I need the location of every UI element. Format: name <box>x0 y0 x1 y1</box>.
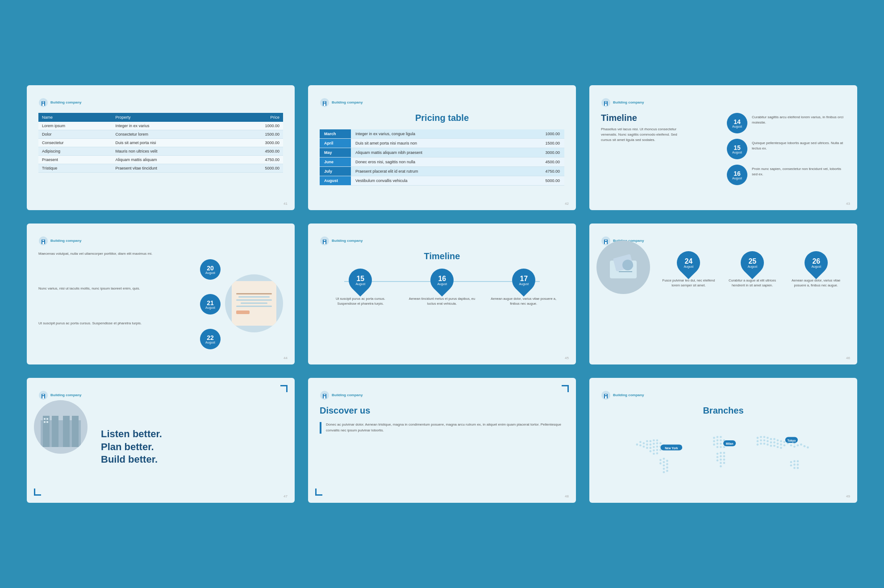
svg-point-88 <box>663 461 665 463</box>
svg-rect-8 <box>324 102 325 103</box>
svg-point-116 <box>723 455 726 457</box>
tools-illustration <box>605 252 641 283</box>
svg-point-76 <box>639 444 642 447</box>
svg-rect-14 <box>606 102 607 103</box>
timeline-text-6: Curabitur a augue at elit ultrices hendr… <box>723 278 782 288</box>
svg-point-32 <box>622 260 633 270</box>
svg-point-131 <box>784 441 786 443</box>
table-cell: 4750.00 <box>231 156 283 164</box>
svg-point-134 <box>763 439 766 442</box>
logo-7: Building company <box>38 390 283 400</box>
slide-1: Building company Name Property Price Lor… <box>27 85 295 210</box>
slide-6-photo <box>596 240 650 294</box>
slide-3: Building company Timeline Phasellus vel … <box>589 85 857 210</box>
svg-point-129 <box>777 439 779 442</box>
svg-point-103 <box>713 443 715 446</box>
svg-point-125 <box>763 436 766 438</box>
svg-point-162 <box>793 464 796 466</box>
svg-rect-18 <box>42 240 43 241</box>
table-cell: Duis sit amet porta nisi <box>112 139 231 147</box>
svg-point-161 <box>790 464 792 467</box>
svg-point-91 <box>666 463 668 465</box>
table-cell: Donec eros nisi, sagittis non nulla <box>351 157 514 167</box>
slide-number-4: 44 <box>284 356 288 360</box>
svg-point-133 <box>760 439 762 442</box>
svg-point-139 <box>780 443 782 446</box>
svg-text:New York: New York <box>665 447 678 450</box>
horiz-timeline-item: 16 August Aenean tincidunt metus et puru… <box>408 269 476 306</box>
svg-point-130 <box>780 440 782 443</box>
horiz-timeline: 15 August Ut suscipit purus ac porta cur… <box>320 269 564 306</box>
slide-7: Building company Listen better.Plan bett… <box>27 378 295 503</box>
horiz-badge: 15 August <box>344 264 377 297</box>
building-icon-5 <box>320 236 329 246</box>
svg-point-105 <box>720 443 722 445</box>
svg-point-78 <box>639 441 642 443</box>
building-icon-2 <box>320 98 329 108</box>
svg-point-62 <box>656 439 659 442</box>
logo-text-3: Building company <box>613 100 644 105</box>
svg-point-109 <box>720 446 722 448</box>
table-cell: 1000.00 <box>231 122 283 130</box>
logo-2: Building company <box>320 98 564 108</box>
table-cell: Aliquam mattis aliquam <box>112 156 231 164</box>
timeline-text: Proin nunc sapien, consectetur non tinci… <box>752 165 846 177</box>
corner-bracket-tr <box>280 385 288 392</box>
logo-1: Building company <box>38 98 283 108</box>
svg-rect-36 <box>42 396 44 398</box>
svg-rect-22 <box>324 242 325 244</box>
slide-7-text: Listen better.Plan better.Build better. <box>101 406 283 466</box>
svg-point-145 <box>760 443 762 445</box>
timeline-item: 15 August Quisque pellentesque lobortis … <box>727 139 846 159</box>
svg-point-83 <box>653 453 655 455</box>
svg-point-92 <box>663 468 665 470</box>
svg-point-70 <box>646 447 648 449</box>
svg-point-127 <box>770 438 772 440</box>
svg-rect-57 <box>606 394 607 395</box>
svg-point-119 <box>723 459 726 461</box>
svg-point-81 <box>656 449 659 451</box>
world-map: New York Milan Tokyo <box>601 420 846 487</box>
slide-4: Building company Maecenas volutpat, null… <box>27 224 295 364</box>
svg-point-59 <box>646 440 648 443</box>
horiz-badge-6: 25 August <box>736 246 769 279</box>
world-map-svg: New York Milan Tokyo <box>601 420 846 487</box>
svg-point-117 <box>717 460 719 462</box>
svg-point-97 <box>717 436 719 438</box>
timeline-item-6: 24 August Fusce pulvinar leo dui, nec el… <box>659 251 718 288</box>
svg-point-60 <box>650 440 652 443</box>
horiz-badge-6: 24 August <box>672 246 705 279</box>
svg-rect-23 <box>324 240 325 241</box>
svg-point-96 <box>713 437 715 439</box>
svg-point-89 <box>666 460 668 462</box>
svg-point-115 <box>720 455 722 457</box>
svg-point-138 <box>777 443 779 445</box>
svg-point-79 <box>650 450 652 452</box>
svg-rect-40 <box>43 416 50 447</box>
logo-9: Building company <box>601 390 846 400</box>
svg-rect-43 <box>72 416 79 447</box>
svg-point-124 <box>760 436 762 438</box>
svg-point-86 <box>663 458 665 460</box>
listen-line: Build better. <box>101 453 283 466</box>
svg-point-113 <box>723 452 726 454</box>
svg-point-156 <box>804 445 806 447</box>
slide-number-2: 42 <box>565 202 569 206</box>
svg-point-99 <box>713 440 715 443</box>
svg-point-93 <box>666 467 668 469</box>
svg-point-66 <box>653 443 655 445</box>
svg-text:Tokyo: Tokyo <box>787 439 796 443</box>
svg-point-98 <box>720 436 722 438</box>
listen-line: Plan better. <box>101 441 283 454</box>
svg-rect-56 <box>605 394 606 395</box>
svg-point-165 <box>797 467 799 469</box>
horiz-badge: 17 August <box>507 264 540 297</box>
col-name: Name <box>38 113 112 122</box>
timeline-item-4: Maecenas volutpat, nulla vel ullamcorper… <box>38 251 221 280</box>
corner-bracket-bl-8 <box>315 489 322 496</box>
table-cell: May <box>320 148 351 157</box>
svg-point-71 <box>650 447 652 449</box>
col-price: Price <box>231 113 283 122</box>
logo-text-7: Building company <box>50 393 81 398</box>
item-text: Maecenas volutpat, nulla vel ullamcorper… <box>38 251 221 257</box>
